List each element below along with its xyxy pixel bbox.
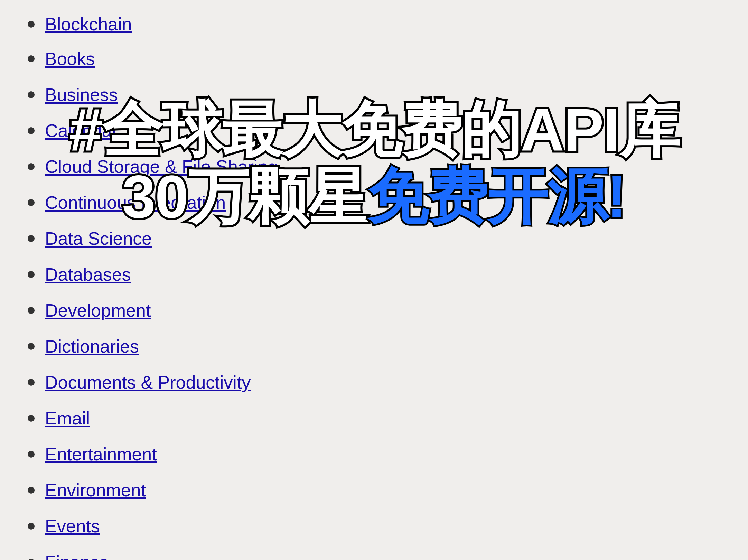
category-link[interactable]: Continuous Integration (45, 192, 226, 213)
category-link[interactable]: Email (45, 408, 90, 429)
category-list: Blockchain Books Business Calendar Cloud… (28, 14, 720, 560)
bullet-icon (28, 271, 35, 278)
category-link[interactable]: Databases (45, 264, 131, 285)
bullet-icon (28, 55, 35, 62)
category-link[interactable]: Finance (45, 552, 109, 560)
category-link[interactable]: Environment (45, 480, 146, 501)
list-item: Documents & Productivity (28, 364, 720, 400)
list-item: Blockchain (28, 14, 720, 41)
list-item: Finance (28, 544, 720, 560)
bullet-icon (28, 451, 35, 458)
list-item: Cloud Storage & File Sharing (28, 149, 720, 185)
list-item: Environment (28, 472, 720, 508)
list-item: Databases (28, 256, 720, 292)
category-link[interactable]: Calendar (45, 120, 118, 141)
category-link[interactable]: Events (45, 516, 100, 536)
list-item: Business (28, 77, 720, 113)
bullet-icon (28, 235, 35, 242)
bullet-icon (28, 379, 35, 386)
bullet-icon (28, 523, 35, 530)
bullet-icon (28, 415, 35, 422)
bullet-icon (28, 199, 35, 206)
content-area: Blockchain Books Business Calendar Cloud… (0, 0, 748, 560)
list-item: Entertainment (28, 436, 720, 472)
bullet-icon (28, 21, 35, 28)
bullet-icon (28, 487, 35, 494)
category-link[interactable]: Dictionaries (45, 336, 139, 357)
bullet-icon (28, 127, 35, 134)
category-link[interactable]: Documents & Productivity (45, 372, 251, 393)
category-link[interactable]: Books (45, 48, 95, 69)
category-link[interactable]: Development (45, 300, 151, 321)
list-item: Development (28, 292, 720, 328)
category-link[interactable]: Entertainment (45, 444, 157, 465)
list-item: Books (28, 41, 720, 77)
category-link[interactable]: Blockchain (45, 14, 132, 35)
category-link[interactable]: Business (45, 84, 118, 105)
list-item: Events (28, 508, 720, 544)
list-item: Dictionaries (28, 328, 720, 364)
list-item: Calendar (28, 113, 720, 149)
bullet-icon (28, 559, 35, 560)
list-item: Continuous Integration (28, 185, 720, 221)
list-item: Data Science (28, 221, 720, 256)
bullet-icon (28, 343, 35, 350)
category-link[interactable]: Data Science (45, 228, 152, 249)
category-link[interactable]: Cloud Storage & File Sharing (45, 156, 278, 177)
bullet-icon (28, 91, 35, 98)
bullet-icon (28, 307, 35, 314)
list-item: Email (28, 400, 720, 436)
bullet-icon (28, 163, 35, 170)
